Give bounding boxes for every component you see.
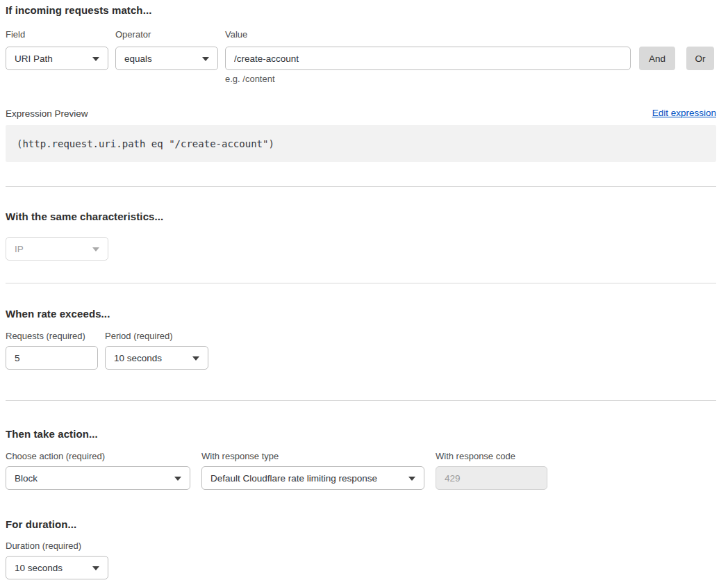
response-code-label: With response code bbox=[436, 451, 515, 461]
expression-preview-label: Expression Preview bbox=[6, 108, 88, 119]
section-divider bbox=[6, 400, 716, 401]
chevron-down-icon bbox=[202, 57, 209, 61]
operator-label: Operator bbox=[115, 29, 151, 40]
field-select-value: URI Path bbox=[15, 53, 53, 64]
chevron-down-icon bbox=[92, 247, 99, 252]
action-section-title: Then take action... bbox=[6, 428, 98, 440]
duration-section-title: For duration... bbox=[6, 518, 76, 530]
value-helper-text: e.g. /content bbox=[225, 74, 275, 84]
choose-action-label: Choose action (required) bbox=[6, 451, 105, 461]
section-divider bbox=[6, 283, 716, 283]
period-select-value: 10 seconds bbox=[114, 353, 162, 363]
duration-select[interactable]: 10 seconds bbox=[6, 556, 108, 579]
duration-label: Duration (required) bbox=[6, 541, 81, 551]
requests-input[interactable] bbox=[6, 346, 98, 370]
characteristic-select[interactable]: IP bbox=[6, 237, 108, 261]
choose-action-select-value: Block bbox=[15, 473, 38, 484]
or-button[interactable]: Or bbox=[686, 47, 714, 70]
response-type-select[interactable]: Default Cloudflare rate limiting respons… bbox=[201, 466, 424, 490]
field-select[interactable]: URI Path bbox=[6, 47, 108, 70]
chevron-down-icon bbox=[92, 57, 99, 61]
chevron-down-icon bbox=[408, 477, 415, 481]
period-select[interactable]: 10 seconds bbox=[105, 346, 208, 370]
rate-section-title: When rate exceeds... bbox=[6, 308, 110, 320]
response-code-input bbox=[436, 466, 547, 490]
edit-expression-link[interactable]: Edit expression bbox=[652, 108, 716, 118]
and-button[interactable]: And bbox=[639, 47, 675, 70]
characteristic-select-value: IP bbox=[15, 244, 24, 254]
response-type-label: With response type bbox=[201, 451, 279, 461]
operator-select[interactable]: equals bbox=[115, 47, 218, 70]
operator-select-value: equals bbox=[124, 53, 152, 64]
chevron-down-icon bbox=[192, 356, 199, 361]
expression-code: (http.request.uri.path eq "/create-accou… bbox=[17, 138, 274, 149]
value-input[interactable] bbox=[225, 47, 631, 70]
duration-select-value: 10 seconds bbox=[15, 563, 63, 573]
response-type-select-value: Default Cloudflare rate limiting respons… bbox=[210, 473, 377, 484]
chevron-down-icon bbox=[92, 566, 99, 570]
period-label: Period (required) bbox=[105, 331, 173, 341]
section-divider bbox=[6, 186, 716, 187]
field-label: Field bbox=[6, 29, 25, 40]
characteristics-section-title: With the same characteristics... bbox=[6, 211, 163, 222]
match-section-title: If incoming requests match... bbox=[6, 4, 151, 16]
requests-label: Requests (required) bbox=[6, 331, 85, 341]
value-label: Value bbox=[225, 29, 247, 40]
chevron-down-icon bbox=[174, 477, 181, 481]
choose-action-select[interactable]: Block bbox=[6, 466, 190, 490]
expression-code-block: (http.request.uri.path eq "/create-accou… bbox=[6, 125, 716, 162]
